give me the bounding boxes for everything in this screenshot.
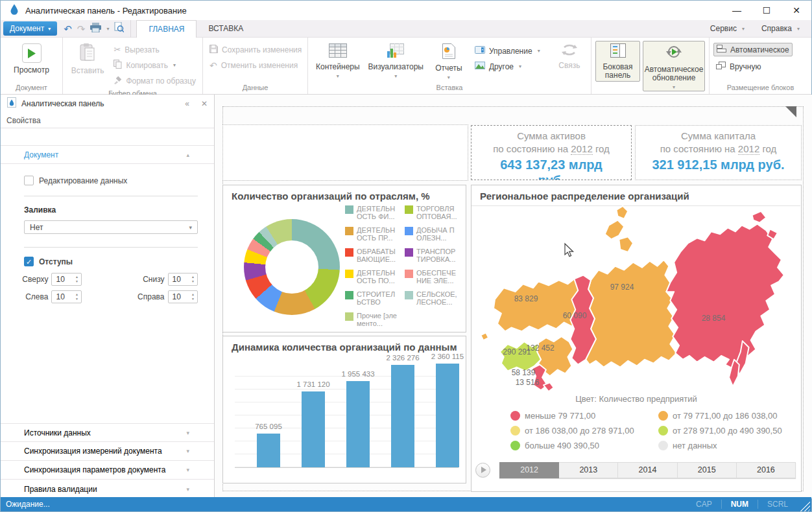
print-icon[interactable] [90, 23, 101, 35]
group-label-layout: Размещение блоков [713, 82, 807, 94]
scissors-icon: ✂ [113, 45, 121, 54]
donut-title: Количество организаций по отраслям, % [223, 185, 466, 202]
chevron-down-icon: ▾ [173, 62, 176, 68]
legend-swatch [345, 291, 353, 299]
margin-top-stepper[interactable]: 10 ▲▼ [51, 273, 81, 286]
bar-2013[interactable]: 1 731 120 [302, 391, 325, 467]
cut-button[interactable]: ✂ Вырезать [111, 43, 198, 56]
legend-swatch [405, 227, 413, 235]
map-value-label: 58 139 [512, 368, 536, 377]
service-menu[interactable]: Сервис▾ [710, 24, 745, 33]
year-tab-2016[interactable]: 2016 [737, 462, 796, 478]
save-changes-label: Сохранить изменения [222, 45, 302, 54]
reports-button[interactable]: Отчеты ▾ [428, 41, 470, 80]
bar-chart-title: Динамика количества организаций по данны… [223, 336, 466, 353]
fill-select[interactable]: Нет ▾ [24, 220, 198, 234]
bar-2016[interactable]: 2 360 115 [436, 364, 459, 467]
close-button[interactable]: ✕ [782, 1, 811, 20]
collapse-panel-icon[interactable]: « [185, 99, 189, 108]
status-text: Ожидание... [6, 500, 50, 509]
preview-icon[interactable] [114, 22, 124, 35]
map-region-islands[interactable] [616, 206, 628, 219]
map-region-kaliningrad[interactable] [481, 332, 488, 340]
preview-button[interactable]: Просмотр [8, 41, 55, 75]
copy-button[interactable]: Копировать ▾ [111, 58, 198, 72]
legend-item: ОБЕСПЕЧЕНИЕ ЭЛЕ... [405, 269, 459, 285]
bar-panel[interactable]: Динамика количества организаций по данны… [222, 336, 466, 483]
legend-swatch [510, 411, 520, 421]
section-sync-parameters[interactable]: Синхронизация параметров документа ▾ [1, 461, 214, 480]
minimize-button[interactable]: — [722, 1, 752, 20]
play-animation-button[interactable] [475, 463, 490, 478]
section-data-sources[interactable]: Источники данных ▾ [1, 423, 214, 442]
resize-grip[interactable] [800, 501, 810, 511]
link-button[interactable]: Связь [552, 41, 587, 70]
auto-layout-button[interactable]: Автоматическое [713, 43, 793, 56]
legend-swatch [405, 205, 413, 214]
save-changes-button[interactable]: Сохранить изменения [207, 43, 304, 56]
margin-bottom-stepper[interactable]: 10 ▲▼ [168, 273, 198, 286]
bar-2014[interactable]: 1 955 433 [346, 381, 370, 467]
map-panel[interactable]: Региональное распределение организаций [471, 185, 802, 492]
map-region-islands[interactable] [605, 220, 625, 240]
year-tab-2012[interactable]: 2012 [499, 462, 559, 478]
group-label-document: Документ [5, 82, 58, 94]
visualizers-button[interactable]: Визуализаторы ▾ [366, 41, 425, 78]
dashboard-canvas[interactable]: Сумма активов по состоянию на 2012 год 6… [215, 95, 812, 498]
redo-icon[interactable]: ↷ [77, 24, 86, 34]
help-menu[interactable]: Справка▾ [761, 24, 800, 33]
year-tab-2014[interactable]: 2014 [618, 462, 677, 478]
page-corner-handle[interactable] [785, 106, 796, 117]
bar-2015[interactable]: 2 326 276 [391, 365, 414, 467]
stepper-arrows-icon[interactable]: ▲▼ [191, 293, 197, 301]
map-region-chukotka[interactable] [752, 211, 767, 223]
other-button[interactable]: Другое ▾ [472, 60, 543, 73]
paste-button[interactable]: Вставить [67, 41, 108, 75]
service-menu-label: Сервис [710, 24, 737, 33]
manual-layout-button[interactable]: Вручную [713, 60, 793, 73]
stepper-arrows-icon[interactable]: ▲▼ [75, 293, 81, 301]
maximize-button[interactable]: ☐ [752, 1, 782, 20]
kpi-card-assets[interactable]: Сумма активов по состоянию на 2012 год 6… [471, 125, 632, 180]
map-region-caucasus[interactable] [543, 382, 554, 391]
group-label-insert: Вставка [312, 82, 587, 94]
margin-bottom-value: 10 [169, 275, 192, 284]
year-tab-2013[interactable]: 2013 [559, 462, 618, 478]
margin-right-stepper[interactable]: 10 ▲▼ [168, 290, 198, 303]
document-menu-button[interactable]: Документ ▾ [3, 21, 57, 36]
close-panel-icon[interactable]: ✕ [201, 99, 208, 108]
tab-insert[interactable]: ВСТАВКА [197, 20, 255, 38]
section-sync-dimensions[interactable]: Синхронизация измерений документа ▾ [1, 442, 214, 461]
undo-icon[interactable]: ↶ [64, 24, 72, 34]
auto-refresh-toggle[interactable]: Автоматическое обновление ▾ [643, 41, 705, 91]
donut-panel[interactable]: Количество организаций по отраслям, % ДЕ… [222, 185, 466, 332]
bar-2012[interactable]: 765 095 [257, 434, 280, 467]
document-menu-label: Документ [10, 24, 44, 33]
side-panel-toggle[interactable]: Боковая панель [595, 41, 640, 82]
year-selector: 2012 2013 2014 2015 2016 [475, 460, 796, 480]
management-button[interactable]: Управление ▾ [472, 44, 543, 58]
print-dropdown-icon[interactable]: ▾ [106, 26, 109, 32]
map-region-fareast[interactable] [666, 224, 784, 369]
map-region-islands[interactable] [619, 237, 633, 252]
section-document[interactable]: Документ ▴ [1, 145, 214, 164]
app-window: Аналитическая панель - Редактирование — … [0, 0, 812, 512]
empty-layout-cell[interactable] [222, 124, 468, 181]
year-tab-2015[interactable]: 2015 [678, 462, 737, 478]
edit-data-checkbox[interactable] [24, 176, 34, 185]
properties-tab[interactable]: Свойства [1, 113, 214, 128]
cancel-changes-button[interactable]: ↶ Отменить изменения [207, 58, 304, 72]
group-label-data: Данные [207, 82, 304, 94]
margin-left-stepper[interactable]: 10 ▲▼ [51, 290, 81, 303]
stepper-arrows-icon[interactable]: ▲▼ [75, 275, 81, 283]
stepper-arrows-icon[interactable]: ▲▼ [191, 275, 197, 283]
map-value-label: 28 854 [702, 314, 726, 323]
format-painter-button[interactable]: Формат по образцу [111, 74, 198, 87]
containers-button[interactable]: Контейнеры ▾ [312, 41, 364, 78]
kpi-card-capital[interactable]: Сумма капитала по состоянию на 2012 год … [635, 125, 802, 180]
map-region-siberia[interactable] [586, 260, 676, 367]
section-validation-rules[interactable]: Правила валидации ▾ [1, 480, 214, 498]
margins-checkbox[interactable]: ✓ [24, 257, 34, 266]
tab-home[interactable]: ГЛАВНАЯ [136, 20, 197, 38]
chevron-up-icon: ▴ [186, 152, 189, 158]
